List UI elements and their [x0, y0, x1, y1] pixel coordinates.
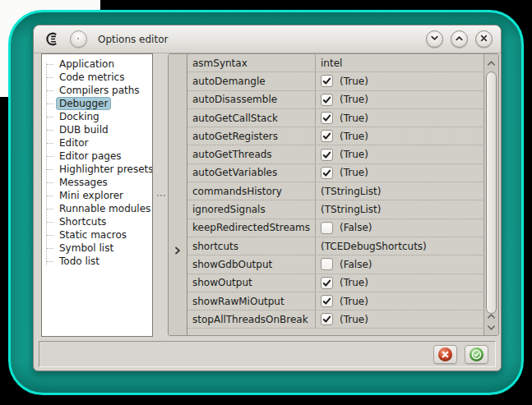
- property-row[interactable]: showRawMiOutput (True): [187, 292, 484, 311]
- property-row[interactable]: autoGetRegisters (True): [187, 127, 484, 145]
- tree-item-label: Symbol list: [57, 242, 116, 254]
- tree-item-label: Messages: [57, 177, 110, 188]
- property-name: showOutput: [187, 274, 316, 292]
- property-name: autoGetRegisters: [187, 127, 316, 145]
- sidebar-item[interactable]: Todo list: [42, 255, 152, 268]
- property-value-cell: (TCEDebugShortcuts): [316, 237, 484, 255]
- sidebar-item[interactable]: Runnable modules: [42, 202, 152, 215]
- sidebar-item[interactable]: Editor pages: [42, 150, 152, 163]
- sidebar-item[interactable]: Static macros: [42, 228, 152, 242]
- window-menu-button[interactable]: [70, 30, 87, 48]
- expander-icon[interactable]: [173, 242, 182, 251]
- maximize-button[interactable]: [451, 30, 468, 48]
- checkbox[interactable]: [321, 94, 333, 106]
- tree-item-label: Todo list: [57, 255, 102, 267]
- minimize-button[interactable]: [426, 30, 443, 48]
- cancel-button[interactable]: [433, 345, 457, 364]
- property-row[interactable]: showGdbOutput (False): [187, 255, 484, 274]
- property-value: (True): [340, 277, 368, 288]
- tree-item-label: Editor pages: [57, 150, 124, 162]
- close-button[interactable]: [475, 30, 493, 48]
- tree-item-label: Application: [57, 58, 117, 70]
- scroll-down-button[interactable]: [484, 322, 498, 333]
- scroll-up-button-bottom[interactable]: [484, 311, 498, 321]
- chevron-up-icon: [454, 33, 465, 46]
- property-value: (True): [340, 76, 368, 87]
- tree-item-label: Debugger: [57, 98, 110, 109]
- property-value: (True): [340, 167, 368, 178]
- property-row[interactable]: keepRedirectedStreams (False): [187, 219, 484, 237]
- footer-panel: [39, 341, 496, 367]
- accept-button[interactable]: [465, 345, 488, 364]
- checkbox[interactable]: [321, 313, 333, 325]
- tree-item-label: DUB build: [57, 124, 111, 136]
- checkbox[interactable]: [321, 130, 333, 142]
- checkbox[interactable]: [321, 112, 333, 124]
- tree-item-label: Highlighter presets: [57, 163, 153, 175]
- property-name: showGdbOutput: [187, 255, 316, 273]
- desktop-background: Options editor: [0, 0, 532, 405]
- property-row[interactable]: shortcuts (TCEDebugShortcuts): [187, 237, 484, 255]
- property-row[interactable]: asmSyntax intel: [187, 54, 484, 72]
- checkbox[interactable]: [321, 149, 333, 161]
- tree-item-label: Docking: [57, 111, 102, 122]
- property-value-cell: (True): [316, 109, 484, 127]
- property-rows: asmSyntax intel autoDemangle (True) auto…: [187, 54, 484, 335]
- property-value: (TStringList): [321, 204, 381, 215]
- sidebar-item[interactable]: Editor: [42, 136, 152, 150]
- tree-item-label: Shortcuts: [57, 216, 109, 228]
- checkbox[interactable]: [321, 258, 333, 270]
- sidebar-item[interactable]: DUB build: [42, 123, 152, 136]
- tree-item-list: Application Code metrics Compilers paths…: [42, 58, 152, 268]
- property-row[interactable]: stopAllThreadsOnBreak (True): [187, 311, 484, 329]
- property-value-cell: (True): [316, 72, 484, 90]
- splitter[interactable]: [154, 53, 168, 337]
- sidebar-item[interactable]: Code metrics: [42, 71, 152, 84]
- sidebar-item[interactable]: Application: [42, 58, 152, 71]
- sidebar-item[interactable]: Messages: [42, 176, 152, 189]
- property-row[interactable]: showOutput (True): [187, 274, 484, 292]
- property-name: showRawMiOutput: [187, 292, 316, 310]
- property-name: autoGetThreads: [187, 145, 316, 163]
- window-title: Options editor: [98, 34, 168, 45]
- property-name: shortcuts: [187, 237, 316, 255]
- options-editor-window: Options editor: [33, 25, 502, 371]
- sidebar-item[interactable]: Mini explorer: [42, 189, 152, 202]
- property-row[interactable]: autoDemangle (True): [187, 72, 484, 90]
- property-value-cell: (False): [316, 255, 484, 273]
- sidebar-item[interactable]: Highlighter presets: [42, 163, 152, 176]
- grid-gutter: [169, 54, 187, 335]
- sidebar-item[interactable]: Symbol list: [42, 242, 152, 255]
- chevron-down-icon: [429, 33, 440, 46]
- vertical-scrollbar[interactable]: [483, 54, 498, 335]
- checkbox[interactable]: [321, 167, 333, 179]
- property-value-cell: intel: [316, 54, 484, 71]
- property-name: keepRedirectedStreams: [187, 219, 316, 237]
- sidebar-item[interactable]: Docking: [42, 110, 152, 123]
- property-row[interactable]: autoGetCallStack (True): [187, 109, 484, 127]
- property-row[interactable]: autoGetThreads (True): [187, 145, 484, 163]
- sidebar-item[interactable]: Shortcuts: [42, 215, 152, 228]
- property-row[interactable]: commandsHistory (TStringList): [187, 182, 484, 200]
- scrollbar-thumb[interactable]: [486, 71, 497, 314]
- property-value-cell: (True): [316, 145, 484, 163]
- checkbox[interactable]: [321, 277, 333, 289]
- property-value-cell: (True): [316, 311, 484, 328]
- property-value: (True): [340, 296, 368, 307]
- checkbox[interactable]: [321, 75, 333, 87]
- property-row[interactable]: ignoredSignals (TStringList): [187, 200, 484, 219]
- checkbox[interactable]: [321, 295, 333, 307]
- sidebar-item[interactable]: Debugger: [42, 97, 152, 110]
- property-value-cell: (True): [316, 164, 484, 182]
- titlebar[interactable]: Options editor: [34, 25, 501, 53]
- property-row[interactable]: autoGetVariables (True): [187, 164, 484, 182]
- tree-item-label: Editor: [57, 137, 91, 149]
- property-value: (True): [340, 113, 368, 124]
- sidebar-item[interactable]: Compilers paths: [42, 84, 152, 97]
- checkbox[interactable]: [321, 222, 333, 234]
- coedit-logo-icon: [44, 31, 60, 48]
- scroll-up-button[interactable]: [484, 58, 498, 68]
- property-row[interactable]: autoDisassemble (True): [187, 91, 484, 109]
- tree-item-label: Compilers paths: [57, 85, 142, 96]
- property-name: autoGetVariables: [187, 164, 316, 182]
